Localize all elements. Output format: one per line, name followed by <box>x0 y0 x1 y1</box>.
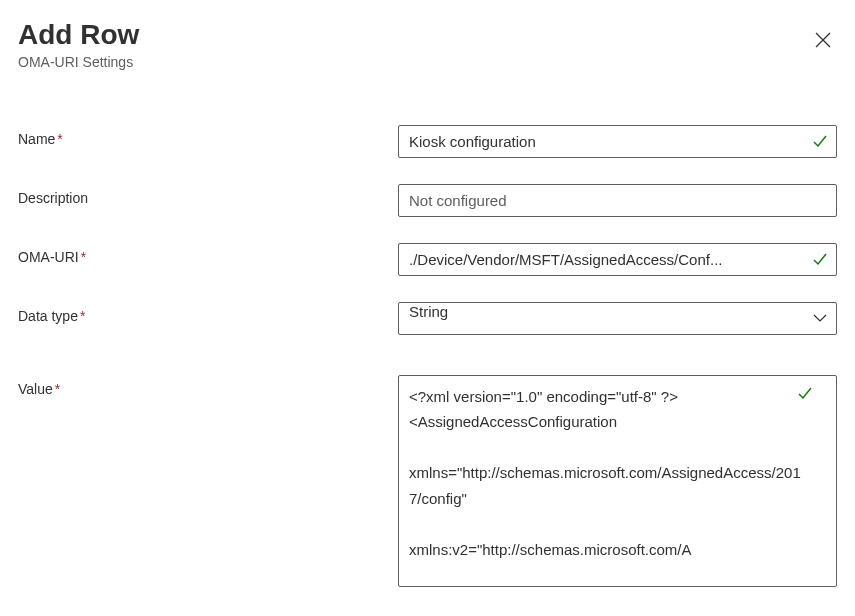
data-type-label: Data type* <box>18 302 398 324</box>
required-marker: * <box>80 308 85 324</box>
value-textarea[interactable] <box>398 375 837 587</box>
value-label: Value* <box>18 375 398 397</box>
required-marker: * <box>55 381 60 397</box>
description-label: Description <box>18 184 398 206</box>
page-title: Add Row <box>18 18 139 52</box>
description-input[interactable] <box>398 184 837 217</box>
oma-uri-input[interactable] <box>398 243 837 276</box>
name-input[interactable] <box>398 125 837 158</box>
close-icon <box>815 32 831 52</box>
required-marker: * <box>57 131 62 147</box>
data-type-select[interactable]: String <box>398 302 837 335</box>
page-subtitle: OMA-URI Settings <box>18 54 139 70</box>
required-marker: * <box>81 249 86 265</box>
oma-uri-label: OMA-URI* <box>18 243 398 265</box>
close-button[interactable] <box>809 28 837 56</box>
name-label: Name* <box>18 125 398 147</box>
